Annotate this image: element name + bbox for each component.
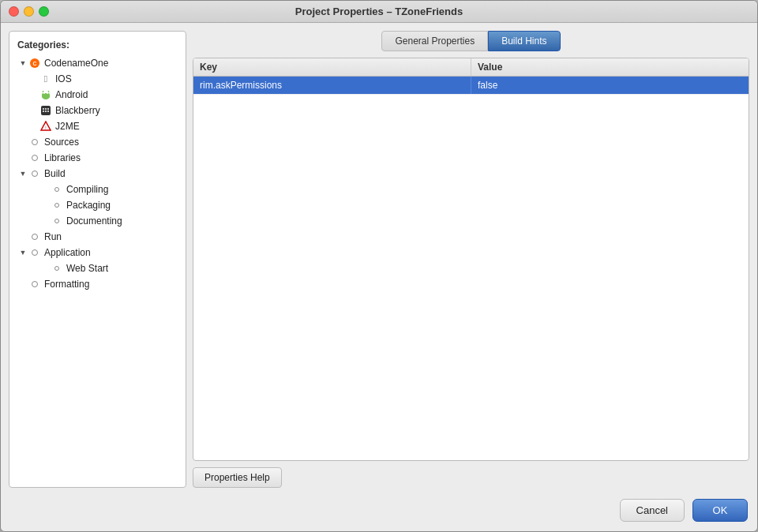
sidebar-item-compiling[interactable]: Compiling	[9, 182, 186, 197]
svg-line-6	[43, 91, 43, 92]
expand-arrow-application: ▼	[17, 249, 28, 257]
svg-text:!: !	[45, 126, 46, 130]
sidebar-item-label-compiling: Compiling	[66, 184, 108, 195]
sidebar-item-webstart[interactable]: Web Start	[9, 260, 186, 276]
bottom-button-row: Properties Help	[193, 467, 749, 488]
j2me-icon: !	[39, 120, 52, 133]
sidebar-item-build[interactable]: ▼ Build	[9, 166, 186, 182]
sidebar-item-label-android: Android	[55, 89, 88, 100]
close-button[interactable]	[9, 6, 19, 17]
expand-arrow-codenameone: ▼	[17, 59, 28, 67]
sidebar-item-label-application: Application	[44, 247, 91, 258]
minimize-button[interactable]	[24, 6, 34, 17]
sidebar-item-label-libraries: Libraries	[44, 152, 81, 163]
properties-table: Key Value rim.askPermissions false	[193, 58, 749, 461]
sidebar-item-libraries[interactable]: Libraries	[9, 150, 186, 166]
sidebar-item-application[interactable]: ▼ Application	[9, 245, 186, 260]
sidebar-item-label-j2me: J2ME	[55, 121, 80, 132]
svg-point-4	[43, 92, 45, 94]
sidebar-item-sources[interactable]: Sources	[9, 134, 186, 150]
svg-point-13	[45, 111, 47, 112]
sidebar-item-label-sources: Sources	[44, 137, 79, 148]
documenting-icon	[51, 215, 63, 227]
svg-text:C: C	[32, 61, 36, 66]
traffic-lights	[9, 6, 49, 17]
right-panel: General Properties Build Hints Key Value…	[193, 31, 749, 488]
sidebar-item-label-build: Build	[44, 168, 66, 179]
sidebar-item-documenting[interactable]: Documenting	[9, 213, 186, 229]
sidebar-item-android[interactable]: Android	[9, 87, 186, 103]
main-window: Project Properties – TZoneFriends Catego…	[0, 0, 758, 532]
main-area: Categories: ▼ C CodenameOne  IOS	[9, 31, 749, 488]
sidebar-item-label-ios: IOS	[55, 73, 72, 84]
svg-point-14	[47, 111, 49, 112]
webstart-icon	[51, 262, 63, 275]
table-row[interactable]: rim.askPermissions false	[193, 77, 749, 95]
table-header: Key Value	[193, 58, 749, 77]
svg-point-11	[47, 108, 49, 110]
codenameone-icon: C	[28, 57, 41, 69]
svg-line-7	[48, 91, 49, 92]
android-icon	[39, 88, 52, 101]
run-icon	[28, 230, 41, 243]
application-icon	[28, 246, 41, 259]
svg-rect-3	[42, 93, 50, 98]
window-content: Categories: ▼ C CodenameOne  IOS	[1, 23, 757, 531]
sidebar-item-label-webstart: Web Start	[66, 263, 108, 274]
svg-point-10	[45, 108, 47, 110]
sidebar-item-label-documenting: Documenting	[66, 215, 122, 227]
blackberry-icon	[39, 104, 52, 117]
tabs-area: General Properties Build Hints	[193, 31, 749, 51]
title-bar: Project Properties – TZoneFriends	[1, 1, 757, 23]
cell-value: false	[471, 77, 749, 94]
build-icon	[28, 167, 41, 180]
formatting-icon	[28, 278, 41, 290]
compiling-icon	[51, 183, 63, 196]
sidebar-item-j2me[interactable]: ! J2ME	[9, 118, 186, 134]
sidebar-item-blackberry[interactable]: Blackberry	[9, 103, 186, 118]
window-title: Project Properties – TZoneFriends	[295, 6, 463, 17]
libraries-icon	[28, 152, 41, 164]
apple-icon: 	[39, 73, 52, 85]
table-body: rim.askPermissions false	[193, 77, 749, 460]
sidebar-item-formatting[interactable]: Formatting	[9, 276, 186, 292]
ok-button[interactable]: OK	[692, 499, 748, 522]
sidebar: Categories: ▼ C CodenameOne  IOS	[9, 31, 186, 488]
properties-help-button[interactable]: Properties Help	[193, 467, 282, 488]
sources-icon	[28, 136, 41, 148]
sidebar-item-label-run: Run	[44, 231, 62, 242]
tab-general-properties[interactable]: General Properties	[381, 31, 488, 51]
cancel-button[interactable]: Cancel	[620, 499, 685, 522]
footer: Cancel OK	[9, 496, 749, 523]
cell-key: rim.askPermissions	[193, 77, 471, 94]
column-value: Value	[471, 58, 749, 76]
sidebar-item-label-packaging: Packaging	[66, 200, 111, 211]
svg-point-9	[43, 108, 44, 110]
column-key: Key	[193, 58, 471, 76]
categories-label: Categories:	[9, 36, 186, 55]
sidebar-item-packaging[interactable]: Packaging	[9, 197, 186, 213]
svg-point-12	[43, 111, 44, 112]
sidebar-item-label-formatting: Formatting	[44, 279, 89, 290]
sidebar-item-ios[interactable]:  IOS	[9, 71, 186, 87]
tab-build-hints[interactable]: Build Hints	[488, 31, 560, 51]
maximize-button[interactable]	[39, 6, 49, 17]
svg-point-5	[47, 92, 48, 94]
expand-arrow-build: ▼	[17, 170, 28, 178]
sidebar-item-run[interactable]: Run	[9, 229, 186, 245]
sidebar-item-label-codenameone: CodenameOne	[44, 58, 108, 69]
sidebar-item-label-blackberry: Blackberry	[55, 105, 100, 116]
sidebar-item-codenameone[interactable]: ▼ C CodenameOne	[9, 55, 186, 71]
packaging-icon	[51, 199, 63, 212]
